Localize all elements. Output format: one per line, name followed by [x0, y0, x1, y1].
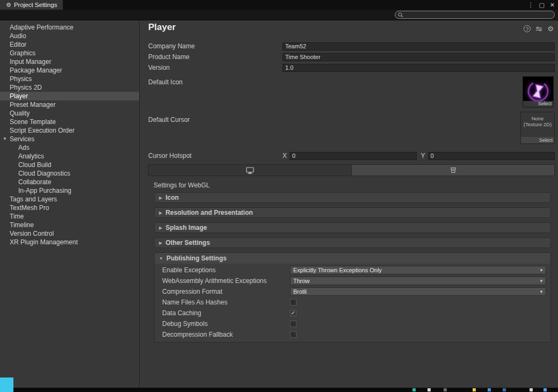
- default-cursor-field[interactable]: None (Texture 2D) Select: [520, 112, 555, 144]
- default-cursor-select-button[interactable]: Select: [521, 137, 554, 143]
- sidebar-item-label: Graphics: [10, 49, 35, 57]
- section-header-splash-image[interactable]: ▶Splash Image: [154, 222, 551, 233]
- version-field[interactable]: [282, 64, 555, 72]
- sidebar-item-label: In-App Purchasing: [18, 187, 71, 194]
- sidebar-item-package-manager[interactable]: Package Manager: [0, 66, 139, 75]
- checkbox-debug-symbols[interactable]: [290, 321, 296, 327]
- taskbar-tray-icon-3[interactable]: [473, 388, 476, 391]
- foldout-triangle-icon[interactable]: ▶: [159, 210, 162, 215]
- sidebar-item-audio[interactable]: Audio: [0, 32, 139, 40]
- setting-row-data-caching: Data Caching✓: [155, 308, 550, 318]
- checkbox-name-files-as-hashes[interactable]: [290, 299, 296, 306]
- hotspot-y-field[interactable]: [428, 152, 555, 160]
- platform-tab-webgl[interactable]: [351, 165, 554, 176]
- foldout-triangle-icon[interactable]: ▶: [159, 241, 162, 245]
- window-tab-project-settings[interactable]: ⚙ Project Settings: [0, 0, 63, 10]
- dropdown-enable-exceptions[interactable]: Explicitly Thrown Exceptions Only▼: [290, 266, 546, 274]
- taskbar-tray-icon-5[interactable]: [503, 388, 506, 391]
- sidebar-item-label: Audio: [10, 32, 26, 40]
- company-name-field[interactable]: [282, 42, 555, 50]
- help-icon[interactable]: ?: [524, 25, 531, 32]
- sidebar-item-label: Cloud Diagnostics: [18, 170, 70, 177]
- default-icon-thumbnail[interactable]: Select: [523, 76, 554, 107]
- sidebar-item-textmesh-pro[interactable]: TextMesh Pro: [0, 204, 139, 212]
- sidebar-item-label: Script Execution Order: [10, 127, 75, 134]
- sidebar-item-label: Tags and Layers: [10, 195, 57, 203]
- sidebar-item-preset-manager[interactable]: Preset Manager: [0, 100, 139, 109]
- sidebar-item-scene-template[interactable]: Scene Template: [0, 118, 139, 126]
- section-label: Icon: [165, 194, 179, 201]
- sidebar-item-input-manager[interactable]: Input Manager: [0, 57, 139, 66]
- search-box[interactable]: [395, 11, 555, 19]
- sidebar-item-label: XR Plugin Management: [10, 238, 78, 246]
- sidebar-item-adaptive-performance[interactable]: Adaptive Performance: [0, 23, 139, 32]
- sidebar-item-label: Quality: [10, 110, 30, 117]
- gear-icon[interactable]: ⚙: [547, 25, 554, 32]
- gear-icon: ⚙: [6, 2, 11, 8]
- taskbar-tray-icon-6[interactable]: [530, 388, 533, 391]
- sidebar-item-analytics[interactable]: Analytics: [0, 152, 139, 161]
- sidebar-item-label: Adaptive Performance: [10, 24, 74, 31]
- sidebar-item-collaborate[interactable]: Collaborate: [0, 178, 139, 186]
- sidebar-item-physics[interactable]: Physics: [0, 75, 139, 83]
- taskbar-tray-icon-2[interactable]: [444, 388, 447, 391]
- sidebar-item-timeline[interactable]: Timeline: [0, 221, 139, 229]
- sidebar-item-in-app-purchasing[interactable]: In-App Purchasing: [0, 186, 139, 195]
- section-label: Other Settings: [165, 239, 210, 246]
- dropdown-webassembly-arithmetic-exceptions[interactable]: Throw▼: [290, 277, 546, 285]
- sidebar-item-label: Input Manager: [10, 58, 51, 66]
- foldout-triangle-icon[interactable]: ▼: [3, 135, 7, 143]
- window-menu-button[interactable]: ⋮: [527, 2, 533, 9]
- product-name-label: Product Name: [148, 53, 282, 61]
- section-label: Publishing Settings: [166, 255, 227, 262]
- sidebar-item-label: Preset Manager: [10, 101, 55, 108]
- foldout-triangle-icon[interactable]: ▶: [159, 195, 162, 200]
- sidebar-item-xr-plugin-management[interactable]: XR Plugin Management: [0, 238, 139, 246]
- taskbar-tray-icon-0[interactable]: [412, 388, 416, 391]
- sidebar-item-version-control[interactable]: Version Control: [0, 229, 139, 238]
- section-header-other-settings[interactable]: ▶Other Settings: [154, 237, 551, 248]
- sidebar-item-ads[interactable]: Ads: [0, 143, 139, 152]
- sidebar-item-label: Player: [10, 92, 28, 100]
- sidebar-item-editor[interactable]: Editor: [0, 40, 139, 49]
- section-header-resolution-and-presentation[interactable]: ▶Resolution and Presentation: [154, 207, 551, 218]
- window-maximize-button[interactable]: ▢: [539, 2, 544, 9]
- checkbox-decompression-fallback[interactable]: [290, 331, 296, 338]
- presets-icon[interactable]: [535, 26, 542, 32]
- sidebar-item-cloud-diagnostics[interactable]: Cloud Diagnostics: [0, 169, 139, 178]
- desktop-corner-icon[interactable]: [0, 378, 13, 392]
- foldout-triangle-icon[interactable]: ▶: [159, 226, 162, 230]
- taskbar-tray-icon-4[interactable]: [488, 388, 491, 391]
- sidebar-item-player[interactable]: Player: [0, 92, 139, 100]
- sidebar-item-quality[interactable]: Quality: [0, 109, 139, 118]
- setting-label: Compression Format: [162, 288, 290, 295]
- sidebar-item-label: Services: [10, 135, 34, 143]
- sidebar-item-tags-and-layers[interactable]: Tags and Layers: [0, 195, 139, 204]
- taskbar-tray-icon-1[interactable]: [427, 388, 431, 391]
- sidebar-item-services[interactable]: ▼Services: [0, 135, 139, 143]
- monitor-icon: [246, 167, 254, 174]
- checkbox-data-caching[interactable]: ✓: [290, 310, 296, 316]
- sidebar-item-time[interactable]: Time: [0, 212, 139, 221]
- section-header-publishing-settings[interactable]: ▼Publishing Settings: [155, 253, 550, 264]
- sidebar-item-label: TextMesh Pro: [10, 204, 49, 212]
- settings-toolbar: [0, 10, 558, 20]
- search-input[interactable]: [405, 12, 554, 18]
- dropdown-value: Throw: [293, 278, 310, 284]
- foldout-triangle-icon[interactable]: ▼: [159, 256, 163, 261]
- hotspot-x-field[interactable]: [289, 152, 417, 160]
- sidebar-item-script-execution-order[interactable]: Script Execution Order: [0, 126, 139, 135]
- section-header-icon[interactable]: ▶Icon: [154, 192, 551, 203]
- chevron-down-icon: ▼: [539, 268, 543, 273]
- sidebar-item-cloud-build[interactable]: Cloud Build: [0, 161, 139, 169]
- dropdown-compression-format[interactable]: Brotli▼: [290, 287, 546, 296]
- window-close-button[interactable]: ✕: [550, 2, 555, 9]
- setting-row-compression-format: Compression FormatBrotli▼: [155, 286, 550, 297]
- default-icon-select-button[interactable]: Select: [523, 101, 553, 107]
- sidebar-item-graphics[interactable]: Graphics: [0, 49, 139, 57]
- platform-tab-standalone[interactable]: [149, 165, 351, 176]
- taskbar-tray-icon-7[interactable]: [543, 388, 547, 391]
- product-name-field[interactable]: [282, 53, 555, 61]
- sidebar-item-label: Physics: [10, 75, 32, 83]
- sidebar-item-physics-2d[interactable]: Physics 2D: [0, 83, 139, 92]
